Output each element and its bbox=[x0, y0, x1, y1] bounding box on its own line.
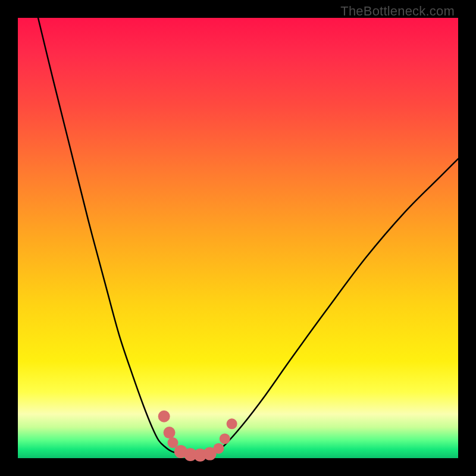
highlight-dot bbox=[213, 443, 224, 454]
highlight-dot bbox=[167, 437, 178, 448]
curve-group bbox=[38, 18, 458, 456]
plot-area bbox=[18, 18, 458, 458]
highlight-dot bbox=[227, 418, 237, 429]
watermark-text: TheBottleneck.com bbox=[340, 4, 455, 19]
highlight-markers bbox=[158, 411, 237, 462]
highlight-dot bbox=[164, 427, 176, 439]
highlight-dot bbox=[220, 433, 230, 444]
bottleneck-curve bbox=[38, 18, 458, 456]
chart-container: TheBottleneck.com bbox=[0, 0, 476, 476]
highlight-dot bbox=[158, 411, 170, 422]
curve-svg bbox=[18, 18, 458, 458]
